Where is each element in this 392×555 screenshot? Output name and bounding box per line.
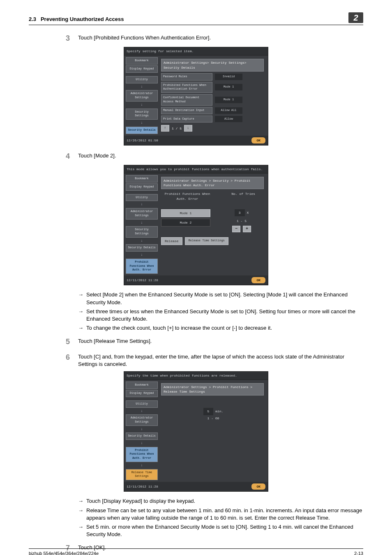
arrow-down-icon: ↓	[126, 252, 158, 258]
arrow-right-icon: →	[78, 324, 86, 332]
pager-text: 1 / 5	[171, 126, 182, 131]
setting-value: Invalid	[215, 74, 242, 80]
step-text: Touch [C] and, from the keypad, enter th…	[78, 352, 363, 368]
release-time-range: 1 - 60	[161, 415, 265, 421]
breadcrumb: Administrator Settings > Security > Proh…	[161, 177, 264, 189]
sidebar-item[interactable]: Prohibit Functions When Auth. Error	[126, 447, 158, 462]
setting-button[interactable]: Confidential Document Access Method	[161, 94, 212, 106]
arrow-right-icon: →	[78, 497, 86, 505]
setting-button[interactable]: Prohibited Functions When Authentication…	[161, 82, 212, 93]
column-header: Prohibit Functions When Auth. Error	[161, 191, 214, 201]
sidebar-item[interactable]: Security Settings	[126, 109, 158, 120]
sidebar-item-active[interactable]: Release Time Settings	[126, 469, 158, 481]
setting-value: Allow All	[215, 107, 242, 114]
sidebar-item[interactable]: Utility	[126, 194, 158, 201]
step-text: Touch [Prohibited Functions When Authent…	[78, 33, 363, 44]
timestamp: 12/26/2012 01:50	[127, 138, 158, 143]
footer-model: bizhub 554e/454e/364e/284e/224e	[29, 550, 99, 555]
setting-value: Mode 1	[215, 97, 242, 103]
sidebar-item[interactable]: Display Keypad	[126, 65, 158, 73]
mode2-button[interactable]: Mode 2	[161, 219, 210, 227]
setting-value: Allow	[215, 116, 242, 123]
setting-button[interactable]: Password Rules	[161, 73, 212, 81]
screenshot-prohibit-functions: This mode allows you to prohibit functio…	[124, 165, 268, 286]
timestamp: 12/11/2012 11:28	[127, 278, 158, 282]
section-number: 2.3	[29, 16, 36, 22]
step-number: 4	[66, 151, 78, 162]
step-text: Touch [Mode 2].	[78, 151, 363, 162]
bullet-text: Set three times or less when the Enhance…	[86, 308, 363, 323]
step-number: 5	[66, 337, 78, 347]
bullet-text: Set 5 min. or more when the Enhanced Sec…	[86, 523, 363, 538]
screenshot-security-details: Specify setting for selected item. Bookm…	[124, 47, 268, 146]
step-text: Touch [Release Time Settings].	[78, 337, 363, 347]
setting-button[interactable]: Manual Destination Input	[161, 107, 212, 114]
sidebar-item-active[interactable]: Security Details	[126, 127, 158, 134]
mode1-button[interactable]: Mode 1	[161, 209, 210, 217]
screenshot-release-time: Specify the time when prohibited functio…	[124, 371, 268, 492]
sidebar-item[interactable]: Display Keypad	[126, 183, 158, 191]
bullet-text: Touch [Display Keypad] to display the ke…	[86, 497, 363, 505]
arrow-right-icon: →	[78, 523, 86, 538]
chapter-badge: 2	[348, 12, 363, 23]
sidebar-item[interactable]: Security Settings	[126, 226, 158, 238]
arrow-down-icon: ↓	[126, 84, 158, 90]
breadcrumb: Administrator Settings > Prohibit Functi…	[161, 383, 264, 395]
ok-button[interactable]: OK	[251, 277, 265, 283]
arrow-right-icon: →	[78, 291, 86, 306]
sidebar-item[interactable]: Utility	[126, 400, 158, 408]
bullet-text: Release Time can be set to any value bet…	[86, 507, 363, 522]
ok-button[interactable]: OK	[251, 137, 265, 143]
tries-unit: X	[247, 211, 249, 215]
page-up-button[interactable]: ↑	[161, 125, 169, 132]
sidebar-item[interactable]: Administrator Settings	[126, 208, 158, 220]
sidebar-item[interactable]: Bookmark	[126, 382, 158, 389]
tries-value: 3	[235, 209, 245, 216]
arrow-down-icon: ↓	[126, 102, 158, 108]
page-down-button[interactable]: ↓	[184, 125, 192, 132]
arrow-down-icon: ↓	[126, 441, 158, 446]
sidebar-item[interactable]: Utility	[126, 76, 158, 83]
arrow-down-icon: ↓	[126, 409, 158, 414]
arrow-down-icon: ↓	[126, 120, 158, 126]
sidebar-item[interactable]: Administrator Settings	[126, 90, 158, 102]
sidebar-item-active[interactable]: Prohibit Functions When Auth. Error	[126, 259, 158, 274]
breadcrumb: Administrator Settings> Security Setting…	[161, 59, 264, 71]
sidebar-item[interactable]: Bookmark	[126, 175, 158, 183]
section-title: Preventing Unauthorized Access	[41, 16, 124, 22]
ok-button[interactable]: OK	[251, 483, 265, 490]
screenshot-title: Specify the time when prohibited functio…	[124, 372, 268, 380]
step-number: 6	[66, 352, 78, 368]
column-header: No. of Tries	[221, 191, 265, 201]
sidebar-item[interactable]: Security Details	[126, 244, 158, 252]
arrow-down-icon: ↓	[126, 202, 158, 207]
step-number: 3	[66, 33, 78, 44]
tries-range: 1 - 5	[235, 218, 248, 224]
sidebar-item[interactable]: Bookmark	[126, 57, 158, 65]
screenshot-title: This mode allows you to prohibit functio…	[124, 165, 268, 173]
sidebar-item[interactable]: Security Details	[126, 432, 158, 440]
decrement-button[interactable]: −	[232, 226, 240, 232]
arrow-down-icon: ↓	[126, 238, 158, 244]
arrow-down-icon: ↓	[126, 463, 158, 468]
release-button[interactable]: Release	[161, 237, 182, 245]
footer-page: 2-13	[354, 550, 363, 555]
bullet-text: Select [Mode 2] when the Enhanced Securi…	[86, 291, 363, 306]
increment-button[interactable]: +	[243, 226, 251, 232]
arrow-right-icon: →	[78, 308, 86, 323]
release-time-value: 5	[203, 408, 214, 415]
arrow-down-icon: ↓	[126, 220, 158, 226]
release-time-unit: min.	[215, 409, 223, 413]
setting-button[interactable]: Print Data Capture	[161, 116, 212, 123]
arrow-right-icon: →	[78, 507, 86, 522]
release-time-settings-button[interactable]: Release Time Settings	[185, 237, 228, 245]
setting-value: Mode 1	[215, 84, 242, 90]
arrow-down-icon: ↓	[126, 427, 158, 432]
screenshot-title: Specify setting for selected item.	[124, 47, 268, 56]
sidebar-item[interactable]: Display Keypad	[126, 390, 158, 397]
timestamp: 12/11/2012 11:28	[127, 484, 158, 489]
sidebar-item[interactable]: Administrator Settings	[126, 414, 158, 426]
bullet-text: To change the check count, touch [+] to …	[86, 324, 363, 332]
